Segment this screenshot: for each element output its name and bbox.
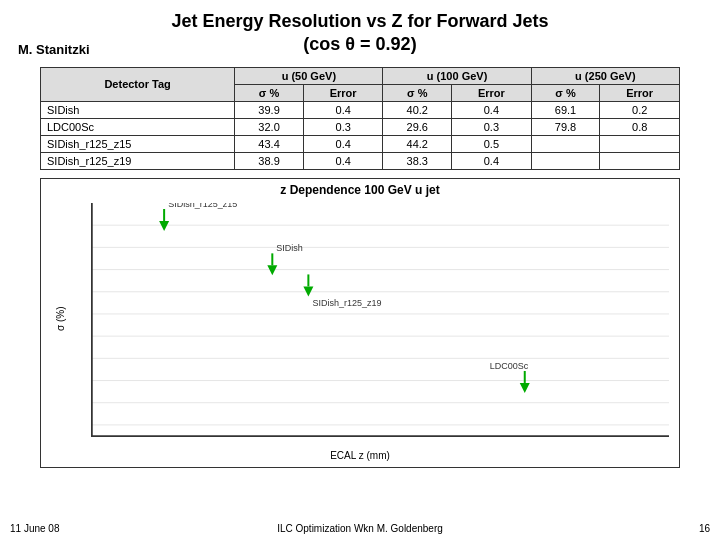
table-cell: SIDish: [41, 101, 235, 118]
table-cell: 69.1: [531, 101, 600, 118]
svg-marker-52: [303, 286, 313, 296]
table-cell: [531, 152, 600, 169]
svg-text:SIDish: SIDish: [276, 243, 303, 253]
table-row: LDC00Sc32.00.329.60.379.80.8: [41, 118, 680, 135]
table-cell: 32.0: [235, 118, 304, 135]
table-cell: 40.2: [383, 101, 452, 118]
table-cell: 0.5: [452, 135, 532, 152]
sub-50-sigma: σ %: [235, 84, 304, 101]
col-250gev: u (250 GeV): [531, 67, 679, 84]
chart-svg: 2628303234363840424414001600180020002200…: [92, 203, 669, 436]
chart-container: z Dependence 100 GeV u jet σ (%) 2628303…: [40, 178, 680, 468]
x-axis-label: ECAL z (mm): [330, 450, 390, 461]
footer-date: 11 June 08: [10, 523, 60, 534]
data-table-container: Detector Tag u (50 GeV) u (100 GeV) u (2…: [40, 67, 680, 170]
svg-text:SIDish_r125_z15: SIDish_r125_z15: [168, 203, 237, 209]
table-cell: 39.9: [235, 101, 304, 118]
table-cell: 79.8: [531, 118, 600, 135]
table-cell: 0.4: [452, 101, 532, 118]
page-title: Jet Energy Resolution vs Z for Forward J…: [0, 10, 720, 57]
table-cell: SIDish_r125_z19: [41, 152, 235, 169]
sub-50-error: Error: [303, 84, 383, 101]
table-cell: [600, 135, 680, 152]
footer-center: ILC Optimization Wkn M. Goldenberg: [277, 523, 443, 534]
table-cell: [531, 135, 600, 152]
sub-250-sigma: σ %: [531, 84, 600, 101]
table-cell: [600, 152, 680, 169]
y-axis-label: σ (%): [55, 209, 66, 429]
table-row: SIDish_r125_z1543.40.444.20.5: [41, 135, 680, 152]
table-cell: 0.8: [600, 118, 680, 135]
svg-text:SIDish_r125_z19: SIDish_r125_z19: [312, 298, 381, 308]
table-cell: 0.3: [452, 118, 532, 135]
sub-250-error: Error: [600, 84, 680, 101]
table-cell: 43.4: [235, 135, 304, 152]
table-cell: LDC00Sc: [41, 118, 235, 135]
svg-marker-49: [267, 265, 277, 275]
footer-page: 16: [699, 523, 710, 534]
table-cell: 44.2: [383, 135, 452, 152]
table-cell: 38.9: [235, 152, 304, 169]
table-row: SIDish39.90.440.20.469.10.2: [41, 101, 680, 118]
sub-100-sigma: σ %: [383, 84, 452, 101]
results-table: Detector Tag u (50 GeV) u (100 GeV) u (2…: [40, 67, 680, 170]
chart-title: z Dependence 100 GeV u jet: [41, 179, 679, 197]
col-100gev: u (100 GeV): [383, 67, 531, 84]
table-cell: 0.4: [452, 152, 532, 169]
table-cell: SIDish_r125_z15: [41, 135, 235, 152]
col-detector-tag: Detector Tag: [41, 67, 235, 101]
col-50gev: u (50 GeV): [235, 67, 383, 84]
svg-marker-55: [520, 383, 530, 393]
table-cell: 0.4: [303, 152, 383, 169]
table-row: SIDish_r125_z1938.90.438.30.4: [41, 152, 680, 169]
table-cell: 0.3: [303, 118, 383, 135]
sub-100-error: Error: [452, 84, 532, 101]
table-cell: 0.4: [303, 101, 383, 118]
chart-area: 2628303234363840424414001600180020002200…: [91, 203, 669, 437]
table-cell: 0.2: [600, 101, 680, 118]
author-label: M. Stanitzki: [18, 42, 90, 57]
table-cell: 38.3: [383, 152, 452, 169]
svg-text:LDC00Sc: LDC00Sc: [490, 361, 529, 371]
svg-marker-46: [159, 221, 169, 231]
table-cell: 29.6: [383, 118, 452, 135]
table-cell: 0.4: [303, 135, 383, 152]
